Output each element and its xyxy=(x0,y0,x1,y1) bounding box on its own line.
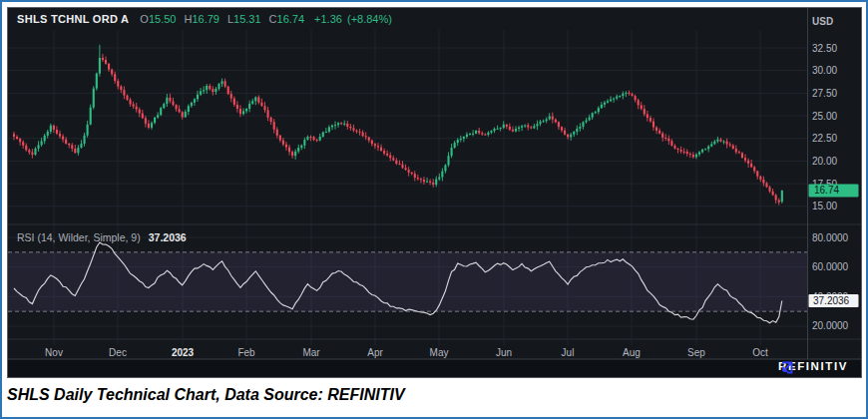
candle-body xyxy=(221,81,223,84)
candle-body xyxy=(25,146,27,151)
candle-body xyxy=(509,127,511,130)
candle-body xyxy=(209,86,211,89)
candle-body xyxy=(543,121,545,122)
price-axis-tick: 15.00 xyxy=(812,201,837,211)
candle-body xyxy=(260,103,262,106)
candle-body xyxy=(185,112,187,117)
candle-body xyxy=(765,183,767,187)
candle-body xyxy=(154,118,156,123)
time-axis-label: Apr xyxy=(367,347,383,358)
time-axis: NovDec2023FebMarAprMayJunJulAugSepOct xyxy=(45,347,768,358)
candlestick-series xyxy=(13,45,783,206)
candle-body xyxy=(747,161,749,164)
candle-body xyxy=(188,106,190,112)
price-axis-tick: 30.00 xyxy=(812,65,837,76)
candle-body xyxy=(564,131,566,135)
time-axis-label: Dec xyxy=(109,347,127,358)
figure-caption[interactable]: SHLS Daily Technical Chart, Data Source:… xyxy=(7,386,405,404)
candle-body xyxy=(735,149,737,152)
candle-body xyxy=(319,137,321,141)
candle-body xyxy=(631,94,633,96)
candle-body xyxy=(768,187,770,191)
candle-body xyxy=(463,137,465,139)
time-axis-label: Mar xyxy=(302,347,320,358)
candle-body xyxy=(664,138,666,139)
candle-body xyxy=(176,105,178,109)
price-axis-tick: 27.50 xyxy=(812,88,837,99)
candle-body xyxy=(598,108,600,112)
rsi-value: 37.2036 xyxy=(149,231,187,243)
chart-image[interactable]: USD32.5030.0027.5025.0022.5020.0017.5015… xyxy=(7,7,862,378)
candle-body xyxy=(242,111,244,114)
candle-body xyxy=(334,125,336,126)
candle-body xyxy=(273,122,275,130)
candle-body xyxy=(233,99,235,105)
candle-body xyxy=(601,105,603,108)
candle-body xyxy=(549,116,551,119)
candle-body xyxy=(28,150,30,152)
candle-body xyxy=(200,91,202,94)
candle-body xyxy=(441,171,443,177)
candle-body xyxy=(778,201,780,203)
candle-body xyxy=(90,108,92,125)
price-axis-tick: 22.50 xyxy=(812,133,837,144)
candle-body xyxy=(270,118,272,122)
candle-body xyxy=(405,168,407,170)
candle-body xyxy=(490,131,492,133)
candle-body xyxy=(65,140,67,144)
candle-body xyxy=(704,149,706,150)
candle-body xyxy=(257,97,259,102)
candle-body xyxy=(444,165,446,171)
candle-body xyxy=(781,191,783,202)
candle-body xyxy=(546,119,548,121)
price-axis-tick: 20.00 xyxy=(812,156,837,167)
candle-body xyxy=(117,81,119,87)
candle-body xyxy=(592,113,594,117)
candle-body xyxy=(142,114,144,119)
candle-body xyxy=(230,94,232,99)
candle-body xyxy=(145,118,147,124)
candle-body xyxy=(166,98,168,104)
candle-body xyxy=(635,96,637,100)
candle-body xyxy=(604,103,606,105)
candle-body xyxy=(365,136,367,137)
candle-body xyxy=(438,178,440,180)
candle-body xyxy=(300,146,302,148)
candle-body xyxy=(77,148,79,153)
candle-body xyxy=(722,142,724,143)
candle-body xyxy=(288,148,290,153)
rsi-band xyxy=(8,252,808,311)
candle-body xyxy=(297,148,299,152)
candle-body xyxy=(420,179,422,180)
candle-body xyxy=(129,100,131,105)
candle-body xyxy=(355,131,357,132)
candle-body xyxy=(680,150,682,152)
candle-body xyxy=(527,125,529,127)
candle-body xyxy=(62,137,64,140)
candle-body xyxy=(408,170,410,173)
price-axis-tick: 25.00 xyxy=(812,111,837,122)
candle-body xyxy=(194,99,196,102)
candle-body xyxy=(133,104,135,106)
candle-body xyxy=(374,144,376,146)
candle-body xyxy=(306,137,308,140)
symbol-label: SHLS TCHNL ORD A xyxy=(17,13,129,25)
candle-body xyxy=(515,129,517,132)
candle-body xyxy=(126,96,128,100)
rsi-value-tag-text: 37.2036 xyxy=(813,295,850,306)
time-axis-label: Nov xyxy=(45,347,63,358)
candle-body xyxy=(533,126,535,128)
candle-body xyxy=(466,135,468,137)
time-axis-label: 2023 xyxy=(172,347,195,358)
ohlc-field-label: O xyxy=(140,13,149,25)
candle-body xyxy=(738,152,740,153)
chart-header: SHLS TCHNL ORD AO15.50H16.79L15.31C16.74… xyxy=(17,13,392,25)
candle-body xyxy=(151,123,153,128)
candle-body xyxy=(481,133,483,134)
candle-body xyxy=(628,93,630,94)
panel-separators xyxy=(8,8,861,377)
candle-body xyxy=(383,151,385,154)
candle-body xyxy=(303,140,305,146)
candle-body xyxy=(96,74,98,89)
candle-body xyxy=(291,152,293,156)
